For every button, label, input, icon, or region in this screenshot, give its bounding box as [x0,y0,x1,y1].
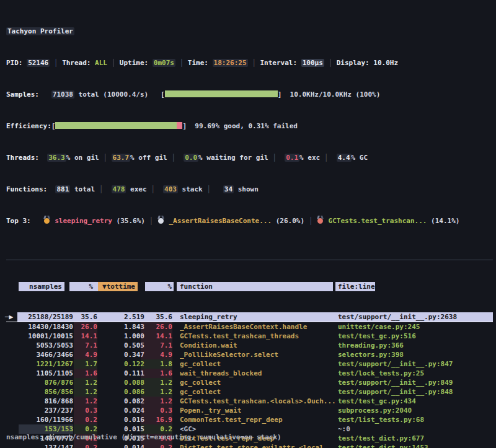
separator: │ [107,59,120,67]
table-row[interactable]: ─▶25188/2518935.62.51935.6sleeping_retry… [6,312,493,322]
table-row[interactable]: 1105/11051.60.1111.6wait_threads_blocked… [6,369,493,378]
tachyon-profiler-app: Tachyon Profiler PID: 52146 │ Thread: AL… [0,0,496,448]
status-time-value: 18:26:25 [213,59,248,67]
table-row[interactable]: 18430/1843026.01.84326.0_AssertRaisesBas… [6,322,493,332]
table-row[interactable]: 3466/34664.90.3474.9_PollLikeSelector.se… [6,350,493,359]
cell-file: test/test_gc.py:434 [338,397,494,406]
cell-pct: 14.1 [74,332,97,341]
cell-tottime: 0.088 [99,378,144,387]
separator: │ [248,59,260,67]
cell-function: Condition.wait [180,341,335,350]
status-display-label: Display: [337,59,374,67]
functions-label: Functions: [6,185,47,193]
cell-nsamples: 876/876 [19,378,73,387]
cell-function: _AssertRaisesBaseContext.handle [180,322,335,332]
samples-frequency: 10.0KHz/10.0KHz (100%) [290,90,381,99]
cell-file: ~:0 [338,424,494,434]
cell-nsamples: 856/856 [19,387,73,397]
cell-function: GCTests.test_trashcan.<locals>.Ouch... [180,397,335,406]
cell-cum-pct: 1.2 [141,378,172,387]
threads-off-gil: 63.7 [112,154,131,162]
cell-tottime: 0.082 [99,397,144,406]
cell-file: test/support/__init__.py:848 [338,387,494,397]
top3-function-2: _AssertRaisesBaseConte... [169,217,272,225]
top3-function-3: GCTests.test_trashcan... [329,217,427,225]
cell-pct: 7.1 [74,341,97,350]
cell-nsamples: 1105/1105 [19,369,73,378]
column-header-pct-direct[interactable]: % [69,282,98,291]
table-row[interactable]: 856/8561.20.0861.2gc_collecttest/support… [6,387,493,397]
cell-tottime: 2.519 [99,312,144,322]
status-uptime-value: 0m07s [153,59,175,67]
efficiency-summary: 99.69% good, 0.31% failed [195,122,298,130]
column-header-nsamples[interactable]: nsamples [19,282,64,291]
status-interval-value: 100µs [301,59,324,67]
efficiency-label: Efficiency: [6,122,51,130]
cell-function: gc_collect [180,387,335,397]
cell-file: test/test_gc.py:516 [338,332,494,341]
efficiency-line: Efficiency:[] 99.69% good, 0.31% failed [6,121,493,131]
app-title: Tachyon Profiler [6,27,74,35]
functions-shown: 34 [223,185,234,193]
status-thread-value: ALL [95,59,107,67]
cell-file: test/test_dict.py:677 [338,434,494,443]
table-row[interactable]: 10001/1001514.11.00014.1GCTests.test_tra… [6,332,493,341]
separator: │ [324,59,337,67]
cell-file: selectors.py:398 [338,350,494,359]
threads-gc: 4.4 [337,154,352,162]
cell-pct: 1.6 [74,369,97,378]
column-header-function[interactable]: function [177,282,333,291]
status-pid-value: 52146 [27,59,50,67]
status-time-label: Time: [188,59,213,67]
threads-line: Threads: 36.3% on gil │ 63.7% off gil │ … [6,152,493,163]
table-row[interactable]: 876/8761.20.0881.2gc_collecttest/support… [6,378,493,387]
bronze-medal-icon [317,218,323,224]
cell-cum-pct: 1.6 [141,369,172,378]
cell-pct: 35.6 [74,312,97,322]
column-header-tottime[interactable]: ▼tottime [98,282,138,291]
status-pid-label: PID: [6,59,27,67]
top3-pct-3: (14.1%) [431,217,459,225]
efficiency-bar [55,122,182,129]
top3-function-1: sleeping_retry [55,217,112,225]
table-row[interactable]: 5053/50537.10.5057.1Condition.waitthread… [6,341,493,350]
column-header-file-line[interactable]: file:line [335,282,375,291]
gold-medal-icon [44,218,50,224]
threads-label: Threads: [6,154,39,162]
cell-function: gc_collect [180,359,335,369]
separator: │ [50,59,62,67]
cell-pct: 1.2 [74,387,97,397]
cell-cum-pct: 26.0 [141,322,172,332]
cell-pct: 4.9 [74,350,97,359]
cell-cum-pct: 1.2 [141,387,172,397]
cell-nsamples: 18430/18430 [19,322,73,332]
status-line: PID: 52146 │ Thread: ALL │ Uptime: 0m07s… [6,58,493,68]
footer-help-nsamples: nsamples: direct/cumulative (direct=exec… [6,431,281,443]
table-row[interactable]: 816/8681.20.0821.2GCTests.test_trashcan.… [6,397,493,406]
separator: │ [99,154,112,162]
column-header-pct-cumulative[interactable]: % [145,282,174,291]
cell-cum-pct: 14.1 [141,332,172,341]
threads-on-gil: 36.3 [47,154,66,162]
cell-nsamples: 5053/5053 [19,341,73,350]
table-row[interactable]: 1221/12671.70.1221.8gc_collecttest/suppo… [6,359,493,369]
cell-pct: 1.2 [74,397,97,406]
top3-line: Top 3: sleeping_retry (35.6%) │ _AssertR… [6,216,493,226]
functions-line: Functions: 881 total │ 478 exec │ 403 st… [6,184,493,195]
threads-waiting-gil: 0.0 [184,154,198,162]
cell-nsamples: 25188/25189 [19,312,73,322]
separator: │ [203,185,215,193]
status-interval-label: Interval: [260,59,301,67]
samples-label: Samples: [6,90,39,99]
cell-function: GCTests.test_trashcan_threads [180,332,335,341]
efficiency-good-fill [55,122,177,129]
functions-exec: 478 [112,185,126,193]
cell-file: test/test_dict.py:1453 [338,443,494,448]
cell-cum-pct: 7.1 [141,341,172,350]
title-line: Tachyon Profiler [6,26,493,37]
cell-file: subprocess.py:2040 [338,406,494,415]
samples-rate: total (10000.4/s) [74,90,148,99]
cell-tottime: 1.843 [99,322,144,332]
cell-file: test/lock_tests.py:25 [338,369,494,378]
samples-bar [165,90,278,97]
